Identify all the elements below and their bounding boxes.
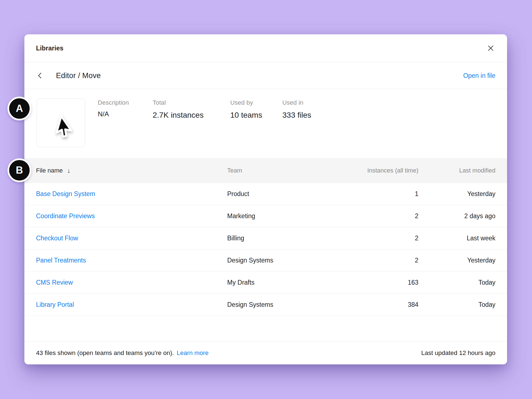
table-row: CMS Review My Drafts 163 Today	[24, 272, 507, 294]
last-modified-cell: Yesterday	[418, 257, 495, 264]
last-modified-cell: Last week	[418, 235, 495, 242]
column-header-last-modified: Last modified	[418, 167, 495, 174]
table-row: Checkout Flow Billing 2 Last week	[24, 227, 507, 249]
close-button[interactable]	[486, 43, 495, 53]
stat-description-label: Description	[98, 99, 129, 106]
stat-used-in-label: Used in	[282, 99, 311, 106]
last-updated-text: Last updated 12 hours ago	[421, 349, 495, 357]
back-button[interactable]	[36, 71, 44, 80]
instances-cell: 1	[346, 190, 418, 198]
badge-a-letter: A	[16, 103, 23, 114]
stat-used-in: Used in 333 files	[282, 99, 311, 120]
instances-cell: 2	[346, 212, 418, 220]
stat-total-value: 2.7K instances	[153, 111, 204, 120]
annotation-badge-b: B	[7, 158, 31, 182]
component-preview-thumbnail	[37, 99, 85, 147]
last-modified-cell: Yesterday	[418, 190, 495, 198]
team-cell: Billing	[227, 235, 346, 242]
team-cell: Product	[227, 190, 346, 198]
instances-cell: 2	[346, 257, 418, 264]
close-icon	[487, 44, 495, 52]
stat-description-value: N/A	[98, 110, 129, 118]
annotation-badge-a: A	[7, 97, 31, 120]
component-subheader: Editor / Move Open in file	[24, 62, 507, 89]
instances-cell: 2	[346, 235, 418, 242]
cursor-arrow-icon	[50, 112, 83, 145]
file-link[interactable]: Checkout Flow	[36, 235, 78, 242]
component-stats-section: Description N/A Total 2.7K instances Use…	[24, 89, 507, 158]
open-in-file-link[interactable]: Open in file	[463, 72, 495, 79]
table-row: Library Portal Design Systems 384 Today	[24, 294, 507, 316]
last-modified-cell: Today	[418, 279, 495, 286]
badge-b-letter: B	[16, 164, 23, 176]
file-link[interactable]: Coordinate Previews	[36, 212, 95, 220]
team-cell: Design Systems	[227, 257, 346, 264]
learn-more-link[interactable]: Learn more	[177, 349, 209, 357]
team-cell: My Drafts	[227, 279, 346, 286]
component-name: Editor / Move	[56, 71, 101, 80]
last-modified-cell: Today	[418, 301, 495, 308]
instances-cell: 384	[346, 301, 418, 308]
stat-used-by-value: 10 teams	[230, 111, 262, 120]
table-row: Coordinate Previews Marketing 2 2 days a…	[24, 205, 507, 227]
libraries-modal: Libraries Editor / Move Open in file Des…	[24, 34, 507, 364]
column-header-team: Team	[227, 167, 346, 174]
stat-total-label: Total	[153, 99, 204, 106]
stat-used-by: Used by 10 teams	[230, 99, 262, 120]
table-header-row: File name ↓ Team Instances (all time) La…	[24, 158, 507, 183]
stat-used-in-value: 333 files	[282, 111, 311, 120]
file-name-header-label: File name	[36, 167, 63, 174]
last-modified-cell: 2 days ago	[418, 212, 495, 220]
modal-header: Libraries	[24, 34, 507, 62]
file-link[interactable]: CMS Review	[36, 279, 73, 286]
file-link[interactable]: Library Portal	[36, 301, 74, 308]
stat-total: Total 2.7K instances	[153, 99, 204, 120]
column-header-instances: Instances (all time)	[346, 167, 418, 174]
files-shown-text: 43 files shown (open teams and teams you…	[36, 349, 174, 357]
file-link[interactable]: Base Design System	[36, 190, 95, 198]
file-link[interactable]: Panel Treatments	[36, 257, 86, 264]
chevron-left-icon	[37, 72, 44, 79]
team-cell: Marketing	[227, 212, 346, 220]
instances-cell: 163	[346, 279, 418, 286]
stat-description: Description N/A	[98, 99, 129, 118]
team-cell: Design Systems	[227, 301, 346, 308]
stat-used-by-label: Used by	[230, 99, 262, 106]
modal-footer: 43 files shown (open teams and teams you…	[24, 341, 507, 364]
modal-title: Libraries	[36, 45, 63, 52]
table-empty-space	[24, 316, 507, 341]
table-row: Panel Treatments Design Systems 2 Yester…	[24, 249, 507, 272]
sort-descending-icon[interactable]: ↓	[67, 167, 71, 174]
column-header-file-name[interactable]: File name ↓	[36, 167, 227, 174]
table-row: Base Design System Product 1 Yesterday	[24, 183, 507, 205]
